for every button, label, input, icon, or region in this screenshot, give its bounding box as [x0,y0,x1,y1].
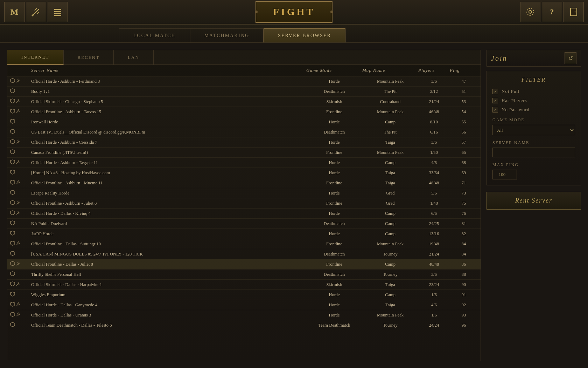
sub-tab-recent[interactable]: Recent [64,50,114,65]
row-server-name: Ironwall Horde [31,120,306,125]
row-server-name: [Horde] NA #8 - Hosting by HostHavoc.com [31,170,306,176]
row-players: 48/48 [418,180,450,186]
table-row[interactable]: Official Frontline - Ashburn - Mneme 11F… [7,178,481,188]
nav-icon-m[interactable]: M [4,2,24,22]
table-row[interactable]: Official Frontline - Ashburn - Juliet 6F… [7,198,481,209]
table-row[interactable]: Official Skirmish - Chicago - Stephano 5… [7,97,481,107]
filter-game-mode-select[interactable]: All Horde Frontline Deathmatch Skirmish … [492,125,575,135]
help-icon-btn[interactable]: ? [542,2,562,22]
tab-matchmaking[interactable]: Matchmaking [190,28,264,42]
table-row[interactable]: US East 1v1 Duels__Official Discord @ di… [7,127,481,137]
shield-icon [10,78,15,84]
tab-server-browser[interactable]: Server Browser [264,28,345,42]
filter-not-full-checkbox[interactable] [492,89,498,94]
row-ping: 56 [450,130,478,135]
filter-not-full[interactable]: Not Full [492,89,575,94]
shield-icon [10,139,15,145]
filter-max-ping-input[interactable] [492,170,517,179]
svg-line-32 [18,201,19,202]
refresh-button[interactable]: ↺ [565,52,576,64]
fight-dot-right [330,11,333,13]
svg-line-2 [37,12,39,14]
table-row[interactable]: Boofy 1v1DeathmatchThe Pit2/1251 [7,87,481,97]
svg-line-35 [18,211,19,212]
sub-tab-internet[interactable]: Internet [7,50,64,65]
table-row[interactable]: NA Public DuelyardDeathmatchCamp24/2581 [7,219,481,229]
nav-icon-sword[interactable] [26,2,46,22]
row-map-name: Camp [362,221,418,226]
row-game-mode: Deathmatch [306,130,362,135]
row-map-name: Tourney [362,272,418,277]
sword-icon [16,160,20,165]
svg-line-15 [19,81,20,82]
row-icons [10,159,31,166]
row-icons [10,180,31,186]
row-players: 23/24 [418,282,450,287]
shield-icon [10,292,15,298]
table-row[interactable]: Official Skirmish - Dallas - Harpalyke 4… [7,280,481,290]
row-server-name: Official Frontline - Dallas - Juliet 8 [31,262,306,267]
row-server-name: US East 1v1 Duels__Official Discord @ di… [31,130,306,135]
row-server-name: Thrifty Shell's Personal Hell [31,272,306,277]
menu-icon-btn[interactable] [564,2,584,22]
table-row[interactable]: Official Horde - Dallas - Uranus 3HordeM… [7,310,481,320]
row-ping: 88 [450,272,478,277]
filter-server-name-input[interactable] [492,148,575,157]
filter-max-ping-section: Max Ping [492,162,575,179]
row-players: 46/48 [418,109,450,115]
table-row[interactable]: Ironwall HordeHordeCamp8/1055 [7,117,481,127]
filter-no-password[interactable]: No Password [492,107,575,113]
row-map-name: Taiga [362,282,418,287]
col-header-server-name: Server Name [31,68,306,73]
nav-icon-list[interactable] [48,2,68,22]
row-players: 13/16 [418,231,450,237]
table-row[interactable]: Official Horde - Ashburn - Cressida 7Hor… [7,137,481,148]
table-row[interactable]: Wiggles EmporiumHordeCamp1/691 [7,290,481,300]
filter-no-password-label: No Password [502,107,530,113]
svg-line-1 [35,8,37,11]
row-icons [10,190,31,196]
table-row[interactable]: Official Horde - Ashburn - Taygete 11Hor… [7,158,481,168]
table-row[interactable]: Official Frontline - Ashburn - Tarvos 15… [7,107,481,117]
table-row[interactable]: Official Horde - Dallas - Kiviuq 4HordeC… [7,209,481,219]
filter-has-players-checkbox[interactable] [492,98,498,103]
row-icons [10,88,31,95]
table-row[interactable]: JarRP HordeHordeCamp13/1682 [7,229,481,239]
row-server-name: Official Team Deathmatch - Dallas - Tele… [31,323,306,328]
row-game-mode: Horde [306,79,362,84]
table-row[interactable]: Thrifty Shell's Personal HellDeathmatchT… [7,270,481,280]
right-panel: Join ↺ Filter Not Full Has Players No Pa… [486,50,581,361]
row-map-name: Grad [362,191,418,196]
sub-tab-lan[interactable]: LAN [114,50,154,65]
table-row[interactable]: Official Horde - Ashburn - Ferdinand 8Ho… [7,76,481,87]
table-row[interactable]: Official Frontline - Dallas - Suttungr 1… [7,239,481,249]
row-ping: 51 [450,89,478,94]
filter-has-players[interactable]: Has Players [492,98,575,103]
row-ping: 84 [450,241,478,247]
rent-server-button[interactable]: Rent Server [486,192,581,210]
table-row[interactable]: [USA/CAN] MINGUS DUELS #5 24/7 1v1 ONLY … [7,249,481,259]
row-server-name: NA Public Duelyard [31,221,306,226]
table-row[interactable]: Official Horde - Dallas - Ganymede 4Hord… [7,300,481,310]
shield-icon [10,322,15,328]
table-row[interactable]: Official Team Deathmatch - Dallas - Tele… [7,320,481,329]
svg-rect-5 [54,11,61,12]
row-game-mode: Team Deathmatch [306,323,362,328]
table-row[interactable]: Canada Frontline (JITSU team!)FrontlineM… [7,148,481,158]
shield-icon [10,190,15,196]
row-icons [10,312,31,318]
tab-local-match[interactable]: Local Match [119,28,190,42]
sword-icon [16,261,20,267]
table-row[interactable]: [Horde] NA #8 - Hosting by HostHavoc.com… [7,168,481,178]
table-row[interactable]: Official Frontline - Dallas - Juliet 8Fr… [7,259,481,270]
settings-icon-btn[interactable] [520,2,540,22]
row-players: 4/6 [418,160,450,165]
col-header-ping: Ping [450,68,478,73]
shield-icon [10,170,15,176]
shield-icon [10,281,15,288]
filter-no-password-checkbox[interactable] [492,107,498,113]
table-row[interactable]: Escape Reality HordeHordeGrad5/673 [7,188,481,198]
svg-point-9 [527,8,534,15]
filter-game-mode-section: Game Mode All Horde Frontline Deathmatch… [492,117,575,135]
svg-rect-6 [54,13,61,14]
